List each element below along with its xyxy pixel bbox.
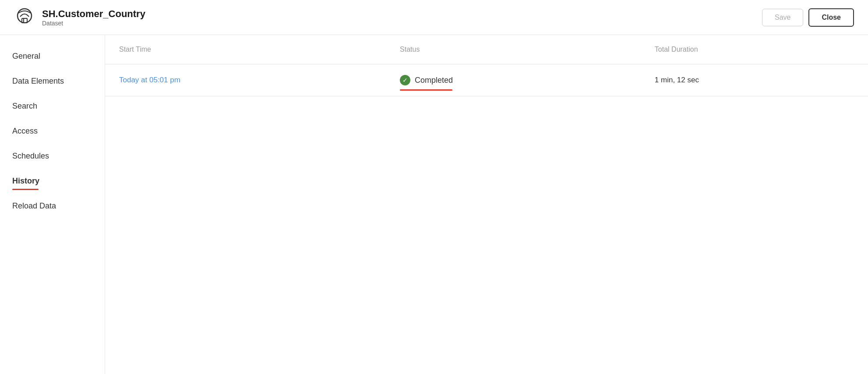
cell-total-duration: 1 min, 12 sec [641,64,868,96]
sidebar-item-data-elements[interactable]: Data Elements [0,69,105,94]
col-header-total-duration: Total Duration [641,35,868,64]
table-header-row: Start Time Status Total Duration [105,35,868,64]
close-button[interactable]: Close [808,8,854,27]
sidebar-item-reload-data[interactable]: Reload Data [0,194,105,219]
content-area: Start Time Status Total Duration Today a… [105,35,868,374]
status-completed-icon: ✓ [400,75,410,85]
dataset-title: SH.Customer_Country [42,8,145,20]
history-table: Start Time Status Total Duration Today a… [105,35,868,96]
sidebar: General Data Elements Search Access Sche… [0,35,105,374]
sidebar-item-general[interactable]: General [0,44,105,69]
sidebar-item-history[interactable]: History [0,169,105,194]
header-title-block: SH.Customer_Country Dataset [42,8,145,27]
save-button[interactable]: Save [762,9,803,26]
cell-start-time: Today at 05:01 pm [105,64,386,96]
app-header: SH.Customer_Country Dataset Save Close [0,0,868,35]
cell-status: ✓ Completed [386,64,641,96]
app-logo-icon [14,7,35,28]
header-left: SH.Customer_Country Dataset [14,7,145,28]
dataset-subtitle: Dataset [42,20,145,27]
header-actions: Save Close [762,8,854,27]
sidebar-item-search[interactable]: Search [0,94,105,119]
status-cell-container: ✓ Completed [400,75,627,85]
sidebar-item-schedules[interactable]: Schedules [0,144,105,169]
col-header-start-time: Start Time [105,35,386,64]
main-layout: General Data Elements Search Access Sche… [0,35,868,374]
col-header-status: Status [386,35,641,64]
status-label: Completed [415,76,453,85]
table-row: Today at 05:01 pm ✓ Completed 1 min, 12 … [105,64,868,96]
sidebar-item-access[interactable]: Access [0,119,105,144]
